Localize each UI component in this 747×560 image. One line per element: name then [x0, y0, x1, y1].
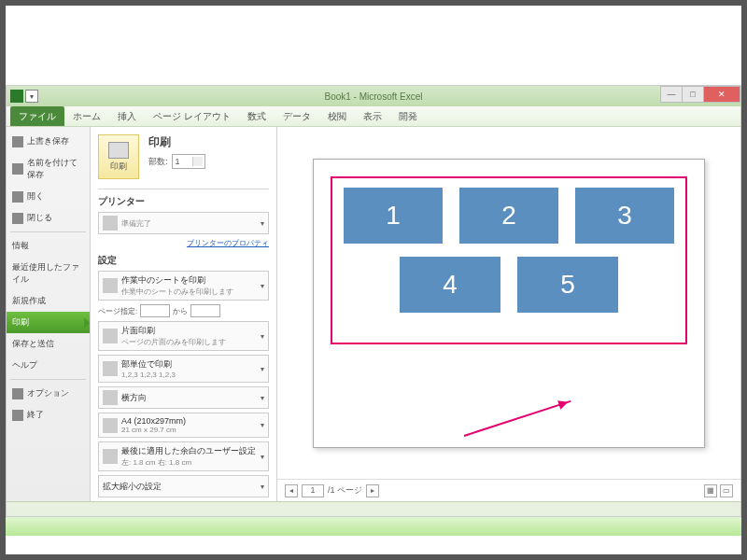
tab-review[interactable]: 校閲 [319, 106, 355, 126]
preview-footer: ◂ 1 /1 ページ ▸ ▦ ▭ [277, 479, 740, 501]
prev-page-button[interactable]: ◂ [285, 484, 298, 497]
nav-exit[interactable]: 終了 [7, 404, 90, 426]
print-button[interactable]: 印刷 [98, 134, 139, 179]
nav-label: 情報 [12, 240, 29, 252]
drop-title: 作業中のシートを印刷 [121, 274, 264, 287]
print-what-select[interactable]: 作業中のシートを印刷作業中のシートのみを印刷します [98, 271, 269, 301]
copies-value: 1 [176, 157, 180, 166]
drop-sub: ページの片面のみを印刷します [121, 337, 264, 347]
sides-select[interactable]: 片面印刷ページの片面のみを印刷します [98, 321, 269, 351]
nav-label: 最近使用したファイル [12, 261, 84, 286]
tab-insert[interactable]: 挿入 [109, 106, 145, 126]
tab-home[interactable]: ホーム [64, 106, 109, 126]
print-preview: 1 2 3 4 5 ◂ 1 /1 ページ ▸ [277, 127, 740, 501]
orientation-select[interactable]: 横方向 [98, 386, 269, 409]
nav-new[interactable]: 新規作成 [7, 290, 90, 312]
printer-status-icon [103, 216, 118, 231]
nav-label: オプション [27, 387, 69, 399]
tab-formulas[interactable]: 数式 [239, 106, 275, 126]
backstage-nav: 上書き保存 名前を付けて保存 開く 閉じる 情報 最近使用したファイル 新規作成… [7, 127, 91, 501]
scaling-select[interactable]: 拡大縮小の設定 [98, 475, 269, 497]
printer-section-label: プリンター [98, 195, 269, 208]
nav-open[interactable]: 開く [7, 186, 90, 207]
titlebar: ▾ Book1 - Microsoft Excel — □ ✕ [7, 86, 740, 106]
print-button-label: 印刷 [110, 161, 127, 173]
paper-icon [103, 418, 118, 433]
zoom-page-button[interactable]: ▭ [720, 484, 733, 497]
paper-bg: ▾ Book1 - Microsoft Excel — □ ✕ ファイル ホーム… [6, 6, 741, 554]
nav-share[interactable]: 保存と送信 [7, 333, 90, 355]
copies-label: 部数: [148, 156, 168, 168]
drop-title: A4 (210x297mm) [121, 416, 264, 426]
margins-select[interactable]: 最後に適用した余白のユーザー設定左: 1.8 cm 右: 1.8 cm [98, 441, 269, 471]
oneside-icon [103, 329, 118, 343]
page-range-row: ページ指定: から [98, 304, 269, 317]
nav-label: 終了 [27, 409, 44, 421]
tab-pagelayout[interactable]: ページ レイアウト [145, 106, 239, 126]
close-button[interactable]: ✕ [703, 86, 740, 103]
options-icon [12, 388, 23, 399]
nav-recent[interactable]: 最近使用したファイル [7, 257, 90, 290]
pages-label: ページ指定: [98, 306, 137, 316]
cell-1: 1 [344, 188, 443, 244]
outer-frame: ▾ Book1 - Microsoft Excel — □ ✕ ファイル ホーム… [0, 0, 747, 560]
nav-saveas[interactable]: 名前を付けて保存 [7, 152, 90, 186]
window-title: Book1 - Microsoft Excel [324, 91, 422, 102]
paper-select[interactable]: A4 (210x297mm)21 cm x 29.7 cm [98, 413, 269, 438]
printer-properties-link[interactable]: プリンターのプロパティ [98, 238, 269, 248]
tab-view[interactable]: 表示 [355, 106, 390, 126]
collate-icon [103, 361, 118, 376]
nav-label: 名前を付けて保存 [27, 157, 84, 181]
settings-section-label: 設定 [98, 254, 269, 267]
ribbon-tabs: ファイル ホーム 挿入 ページ レイアウト 数式 データ 校閲 表示 開発 [7, 106, 740, 127]
nav-label: ヘルプ [12, 359, 37, 371]
sheets-icon [103, 278, 118, 293]
drop-sub: 作業中のシートのみを印刷します [121, 287, 264, 297]
pages-to-label: から [173, 306, 188, 316]
cell-4: 4 [400, 257, 500, 313]
tab-developer[interactable]: 開発 [390, 106, 426, 126]
cell-5: 5 [517, 257, 618, 313]
printer-select[interactable]: 準備完了 [98, 212, 269, 234]
nav-print[interactable]: 印刷 [7, 312, 90, 333]
page-total: /1 ページ [328, 484, 362, 497]
nav-save[interactable]: 上書き保存 [7, 131, 90, 152]
collate-select[interactable]: 部単位で印刷1,2,3 1,2,3 1,2,3 [98, 355, 269, 383]
nav-label: 上書き保存 [27, 135, 69, 147]
saveas-icon [12, 163, 23, 175]
margins-icon [103, 449, 118, 464]
nav-info[interactable]: 情報 [7, 235, 90, 257]
drop-sub: 左: 1.8 cm 右: 1.8 cm [121, 457, 264, 468]
save-icon [12, 136, 23, 147]
tab-file[interactable]: ファイル [10, 106, 64, 126]
cell-3: 3 [575, 188, 674, 244]
qat-save-icon[interactable]: ▾ [25, 90, 38, 103]
drop-sub: 21 cm x 29.7 cm [121, 426, 264, 434]
preview-page: 1 2 3 4 5 [313, 159, 705, 448]
nav-label: 開く [27, 190, 44, 203]
nav-help[interactable]: ヘルプ [7, 355, 90, 376]
app-window: ▾ Book1 - Microsoft Excel — □ ✕ ファイル ホーム… [6, 85, 741, 517]
page-from-input[interactable] [140, 304, 170, 317]
printer-icon [108, 142, 129, 159]
minimize-button[interactable]: — [660, 86, 683, 103]
status-bar [7, 501, 740, 516]
page-number-input[interactable]: 1 [302, 484, 324, 497]
show-margins-button[interactable]: ▦ [704, 484, 717, 497]
page-to-input[interactable] [190, 304, 220, 317]
nav-label: 新規作成 [12, 295, 46, 307]
nav-close[interactable]: 閉じる [7, 207, 90, 229]
nav-options[interactable]: オプション [7, 383, 90, 404]
drop-sub: 1,2,3 1,2,3 1,2,3 [121, 371, 264, 379]
tab-data[interactable]: データ [275, 106, 319, 126]
next-page-button[interactable]: ▸ [366, 484, 379, 497]
copies-input[interactable]: 1 [172, 154, 205, 169]
nav-label: 印刷 [12, 316, 29, 329]
restore-button[interactable]: □ [682, 86, 704, 103]
print-title: 印刷 [148, 134, 205, 150]
exit-icon [12, 410, 23, 421]
selection-highlight: 1 2 3 4 5 [331, 176, 687, 344]
drop-title: 部単位で印刷 [121, 358, 264, 371]
taskbar [6, 517, 741, 536]
nav-label: 保存と送信 [12, 338, 54, 350]
